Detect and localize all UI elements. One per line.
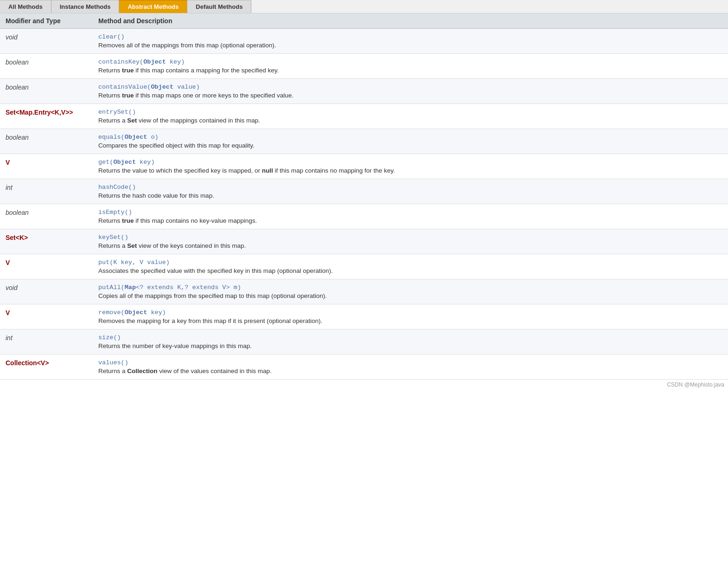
table-row: intsize()Returns the number of key-value…: [0, 329, 728, 355]
method-cell: entrySet()Returns a Set view of the mapp…: [93, 104, 728, 129]
table-row: booleancontainsValue(Object value)Return…: [0, 79, 728, 104]
method-cell: hashCode()Returns the hash code value fo…: [93, 179, 728, 204]
table-row: voidputAll(Map<? extends K,? extends V> …: [0, 279, 728, 304]
method-cell: size()Returns the number of key-value ma…: [93, 329, 728, 355]
method-description: Returns a Collection view of the values …: [98, 368, 722, 374]
method-signature[interactable]: remove(Object key): [98, 309, 722, 316]
table-row: Set<K>keySet()Returns a Set view of the …: [0, 229, 728, 254]
table-row: booleanequals(Object o)Compares the spec…: [0, 129, 728, 154]
table-row: inthashCode()Returns the hash code value…: [0, 179, 728, 204]
method-signature[interactable]: containsKey(Object key): [98, 58, 722, 65]
method-cell: equals(Object o)Compares the specified o…: [93, 129, 728, 154]
method-signature[interactable]: clear(): [98, 33, 722, 40]
method-signature[interactable]: get(Object key): [98, 159, 722, 166]
method-signature[interactable]: entrySet(): [98, 109, 722, 116]
modifier-cell: int: [0, 179, 93, 204]
method-cell: clear()Removes all of the mappings from …: [93, 29, 728, 54]
table-row: booleancontainsKey(Object key)Returns tr…: [0, 54, 728, 79]
watermark: CSDN @Mephisto.java: [0, 380, 728, 390]
tab-abstract[interactable]: Abstract Methods: [119, 0, 187, 13]
method-description: Returns true if this map contains a mapp…: [98, 67, 722, 74]
method-cell: putAll(Map<? extends K,? extends V> m)Co…: [93, 279, 728, 304]
method-signature[interactable]: isEmpty(): [98, 209, 722, 216]
modifier-cell: boolean: [0, 54, 93, 79]
modifier-cell: V: [0, 154, 93, 179]
table-row: Set<Map.Entry<K,V>>entrySet()Returns a S…: [0, 104, 728, 129]
method-description: Returns true if this map maps one or mor…: [98, 92, 722, 99]
method-cell: get(Object key)Returns the value to whic…: [93, 154, 728, 179]
method-description: Returns the hash code value for this map…: [98, 192, 722, 199]
method-description: Removes all of the mappings from this ma…: [98, 42, 722, 49]
method-description: Returns the number of key-value mappings…: [98, 342, 722, 349]
method-cell: values()Returns a Collection view of the…: [93, 355, 728, 380]
method-cell: remove(Object key)Removes the mapping fo…: [93, 304, 728, 329]
table-row: voidclear()Removes all of the mappings f…: [0, 29, 728, 54]
method-cell: containsValue(Object value)Returns true …: [93, 79, 728, 104]
table-row: booleanisEmpty()Returns true if this map…: [0, 204, 728, 229]
tabs-container: All MethodsInstance MethodsAbstract Meth…: [0, 0, 728, 13]
modifier-cell: int: [0, 329, 93, 355]
table-row: Vremove(Object key)Removes the mapping f…: [0, 304, 728, 329]
method-signature[interactable]: values(): [98, 359, 722, 366]
modifier-cell: boolean: [0, 204, 93, 229]
modifier-cell: Set<K>: [0, 229, 93, 254]
method-signature[interactable]: size(): [98, 334, 722, 341]
method-description: Associates the specified value with the …: [98, 267, 722, 274]
table-row: Vget(Object key)Returns the value to whi…: [0, 154, 728, 179]
modifier-cell: void: [0, 29, 93, 54]
modifier-cell: void: [0, 279, 93, 304]
tab-default[interactable]: Default Methods: [187, 0, 251, 13]
table-row: Collection<V>values()Returns a Collectio…: [0, 355, 728, 380]
method-description: Returns a Set view of the keys contained…: [98, 242, 722, 249]
method-description: Returns true if this map contains no key…: [98, 217, 722, 224]
method-signature[interactable]: equals(Object o): [98, 134, 722, 141]
modifier-cell: Set<Map.Entry<K,V>>: [0, 104, 93, 129]
tab-all[interactable]: All Methods: [0, 0, 51, 13]
method-cell: keySet()Returns a Set view of the keys c…: [93, 229, 728, 254]
modifier-cell: Collection<V>: [0, 355, 93, 380]
col1-header: Modifier and Type: [0, 13, 93, 29]
method-signature[interactable]: containsValue(Object value): [98, 84, 722, 90]
modifier-cell: boolean: [0, 129, 93, 154]
modifier-cell: V: [0, 304, 93, 329]
method-signature[interactable]: keySet(): [98, 234, 722, 241]
method-signature[interactable]: hashCode(): [98, 184, 722, 191]
method-description: Compares the specified object with this …: [98, 142, 722, 149]
tab-instance[interactable]: Instance Methods: [51, 0, 120, 13]
method-description: Returns the value to which the specified…: [98, 167, 722, 174]
method-cell: containsKey(Object key)Returns true if t…: [93, 54, 728, 79]
method-description: Removes the mapping for a key from this …: [98, 317, 722, 324]
modifier-cell: V: [0, 254, 93, 279]
method-signature[interactable]: put(K key, V value): [98, 259, 722, 266]
method-description: Copies all of the mappings from the spec…: [98, 292, 722, 299]
method-cell: isEmpty()Returns true if this map contai…: [93, 204, 728, 229]
method-description: Returns a Set view of the mappings conta…: [98, 117, 722, 124]
method-signature[interactable]: putAll(Map<? extends K,? extends V> m): [98, 284, 722, 291]
modifier-cell: boolean: [0, 79, 93, 104]
table-row: Vput(K key, V value)Associates the speci…: [0, 254, 728, 279]
col2-header: Method and Description: [93, 13, 728, 29]
method-cell: put(K key, V value)Associates the specif…: [93, 254, 728, 279]
